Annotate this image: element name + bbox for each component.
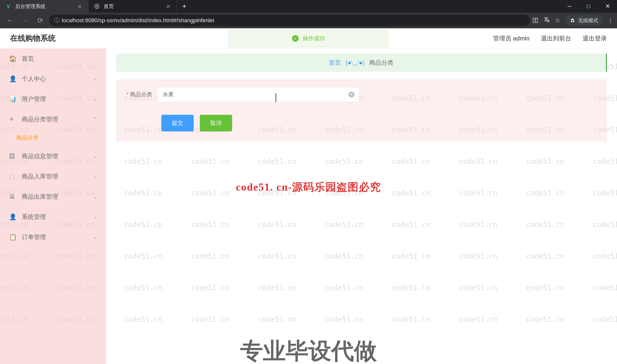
breadcrumb: 首页 (●'◡'●) 商品分类	[116, 54, 607, 72]
sidebar: 🏠 首页 👤 个人中心 ⌄ 📊 用户管理 ⌄ ✈ 商品分类管理 ⌃ 商品分类	[0, 49, 106, 364]
sidebar-item-label: 商品出库管理	[22, 193, 58, 201]
sidebar-item-stock-out[interactable]: 🖶 商品出库管理 ⌄	[0, 187, 106, 207]
logout-link[interactable]: 退出登录	[583, 34, 607, 42]
sidebar-item-stock-in[interactable]: ⬚ 商品入库管理 ⌄	[0, 166, 106, 187]
sidebar-item-label: 商品分类管理	[22, 115, 58, 123]
vue-icon: V	[5, 3, 12, 10]
breadcrumb-separator: (●'◡'●)	[345, 59, 364, 66]
browser-tab[interactable]: 首页 ×	[89, 0, 177, 13]
chevron-down-icon: ⌄	[93, 96, 97, 102]
sidebar-item-label: 商品信息管理	[22, 152, 58, 160]
globe-icon	[94, 3, 100, 10]
chevron-down-icon: ⌄	[93, 194, 97, 199]
browser-tab-strip: V 后台管理系统 × 首页 × + ─ □ ✕	[0, 0, 617, 13]
box-icon: ⬚	[9, 173, 16, 180]
tab-title: 首页	[104, 3, 114, 10]
sidebar-item-label: 个人中心	[22, 75, 46, 83]
breadcrumb-home[interactable]: 首页	[329, 59, 341, 66]
sidebar-item-profile[interactable]: 👤 个人中心 ⌄	[0, 69, 106, 89]
incognito-icon	[569, 17, 576, 24]
breadcrumb-current: 商品分类	[369, 59, 393, 66]
form-panel: *商品分类 ✕ 提交 取消	[116, 79, 607, 142]
clipboard-icon: 📋	[9, 234, 16, 241]
sidebar-item-label: 首页	[22, 55, 34, 63]
app-root: code51.cncode51.cncode51.cncode51.cncode…	[0, 28, 617, 364]
reload-button[interactable]: ⟳	[34, 14, 47, 27]
close-icon[interactable]: ×	[165, 3, 172, 10]
submit-button[interactable]: 提交	[161, 115, 194, 131]
browser-address-bar: ← → ⟳ ⓘ localhost:8080/sp-ssmv/admin/dis…	[0, 13, 617, 28]
sidebar-item-users[interactable]: 📊 用户管理 ⌄	[0, 89, 106, 109]
incognito-label: 无痕模式	[578, 17, 598, 24]
form-label-category: *商品分类	[121, 91, 157, 98]
sidebar-item-category[interactable]: ✈ 商品分类管理 ⌃	[0, 109, 106, 129]
close-icon[interactable]: ×	[76, 3, 83, 10]
menu-icon[interactable]: ⋮	[607, 17, 613, 24]
tab-title: 后台管理系统	[15, 3, 46, 10]
sidebar-subitem-label: 商品分类	[16, 134, 38, 141]
user-icon: 👤	[9, 213, 16, 220]
image-icon: 🖼	[9, 153, 16, 160]
users-icon: 📊	[9, 96, 16, 103]
svg-point-2	[573, 21, 574, 22]
key-icon[interactable]: ⚿	[533, 17, 539, 24]
chevron-down-icon: ⌄	[93, 76, 97, 82]
sidebar-item-label: 商品入库管理	[22, 172, 58, 180]
required-marker: *	[126, 91, 128, 98]
print-icon: 🖶	[9, 193, 16, 200]
sidebar-item-product-info[interactable]: 🖼 商品信息管理 ⌄	[0, 146, 106, 166]
star-icon[interactable]: ☆	[555, 17, 560, 24]
url-input[interactable]: ⓘ localhost:8080/sp-ssmv/admin/dist/inde…	[49, 15, 530, 26]
close-window-button[interactable]: ✕	[598, 0, 617, 13]
success-notification: ✓ 操作成功	[229, 30, 388, 47]
minimize-button[interactable]: ─	[560, 0, 579, 13]
sidebar-item-system[interactable]: 👤 系统管理 ⌄	[0, 207, 106, 227]
maximize-button[interactable]: □	[579, 0, 598, 13]
sidebar-item-orders[interactable]: 📋 订单管理 ⌄	[0, 227, 106, 247]
logout-front-link[interactable]: 退出到前台	[541, 34, 571, 42]
home-icon: 🏠	[9, 55, 16, 62]
notification-text: 操作成功	[303, 35, 325, 42]
main-content: 首页 (●'◡'●) 商品分类 *商品分类 ✕ 提交 取	[106, 49, 617, 364]
chevron-down-icon: ⌄	[93, 214, 97, 220]
sidebar-item-label: 订单管理	[22, 233, 46, 241]
svg-point-1	[571, 21, 572, 22]
sidebar-item-home[interactable]: 🏠 首页	[0, 49, 106, 69]
sidebar-item-label: 用户管理	[22, 95, 46, 103]
user-icon: 👤	[9, 75, 16, 82]
chevron-down-icon: ⌄	[93, 234, 97, 240]
window-controls: ─ □ ✕	[560, 0, 617, 13]
category-input-wrap: ✕	[157, 87, 359, 102]
sidebar-subitem-category[interactable]: 商品分类	[0, 129, 106, 146]
brand-title: 在线购物系统	[10, 33, 56, 43]
info-icon: ⓘ	[54, 17, 60, 24]
category-input[interactable]	[157, 87, 359, 102]
chevron-down-icon: ⌄	[93, 153, 97, 159]
new-tab-button[interactable]: +	[177, 0, 192, 13]
clear-icon[interactable]: ✕	[348, 92, 355, 98]
chevron-down-icon: ⌄	[93, 174, 97, 179]
check-icon: ✓	[292, 35, 299, 42]
admin-link[interactable]: 管理员 admin	[493, 34, 530, 42]
sidebar-item-label: 系统管理	[22, 213, 46, 221]
text-cursor	[276, 93, 276, 102]
translate-icon[interactable]	[544, 17, 550, 24]
back-button[interactable]: ←	[4, 14, 16, 27]
forward-button[interactable]: →	[19, 14, 31, 27]
url-text: localhost:8080/sp-ssmv/admin/dist/index.…	[62, 17, 214, 24]
browser-tab-active[interactable]: V 后台管理系统 ×	[0, 0, 89, 13]
cancel-button[interactable]: 取消	[200, 115, 232, 131]
incognito-badge[interactable]: 无痕模式	[565, 15, 602, 26]
send-icon: ✈	[9, 116, 16, 123]
chevron-up-icon: ⌃	[93, 117, 97, 122]
